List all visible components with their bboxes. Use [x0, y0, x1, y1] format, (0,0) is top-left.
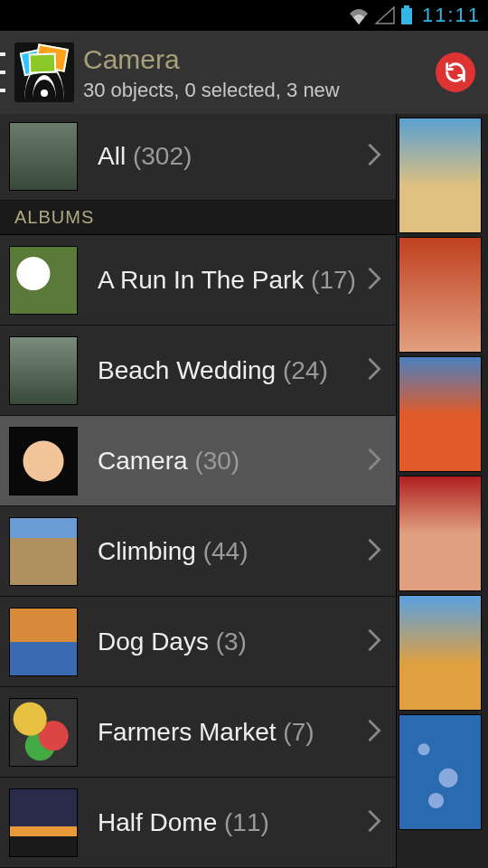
- list-item-label: Climbing (44): [98, 537, 360, 566]
- list-item-label: Dog Days (3): [98, 627, 360, 656]
- list-item-label: Beach Wedding (24): [98, 356, 360, 385]
- strip-thumbnail[interactable]: [399, 356, 482, 472]
- chevron-right-icon: [365, 718, 383, 747]
- wifi-icon: [348, 6, 370, 24]
- app-icon[interactable]: [14, 42, 74, 102]
- list-item[interactable]: Camera (30): [0, 416, 396, 506]
- svg-rect-0: [404, 5, 409, 8]
- refresh-icon: [443, 60, 468, 85]
- chevron-right-icon: [365, 808, 383, 837]
- thumbnail: [9, 698, 78, 767]
- chevron-right-icon: [365, 266, 383, 295]
- thumbnail-strip[interactable]: [396, 114, 488, 868]
- list-item-label: A Run In The Park (17): [98, 266, 360, 295]
- thumbnail: [9, 246, 78, 315]
- strip-thumbnail[interactable]: [399, 595, 482, 711]
- signal-icon: [375, 6, 395, 24]
- strip-thumbnail[interactable]: [399, 118, 482, 233]
- drawer-toggle[interactable]: [0, 45, 5, 99]
- thumbnail: [9, 788, 78, 857]
- chevron-right-icon: [365, 627, 383, 656]
- refresh-button[interactable]: [436, 52, 475, 92]
- svg-rect-1: [401, 8, 412, 24]
- list-item[interactable]: Farmers Market (7): [0, 687, 396, 778]
- chevron-right-icon: [365, 537, 383, 566]
- thumbnail: [9, 122, 78, 191]
- status-time: 11:11: [422, 4, 481, 27]
- thumbnail: [9, 608, 78, 676]
- list-item-label: Half Dome (11): [98, 808, 360, 837]
- list-item-label: Farmers Market (7): [98, 718, 360, 747]
- chevron-right-icon: [365, 447, 383, 476]
- header-text: Camera 30 objects, 0 selected, 3 new: [83, 42, 436, 103]
- page-subtitle: 30 objects, 0 selected, 3 new: [83, 78, 436, 103]
- list-item[interactable]: Dog Days (3): [0, 597, 396, 687]
- album-list[interactable]: All (302) ALBUMS A Run In The Park (17)B…: [0, 114, 396, 868]
- page-title: Camera: [83, 42, 436, 77]
- list-item-label: Camera (30): [98, 447, 360, 476]
- thumbnail: [9, 517, 78, 586]
- list-item[interactable]: Half Dome (11): [0, 778, 396, 868]
- list-item[interactable]: Climbing (44): [0, 506, 396, 597]
- thumbnail: [9, 427, 78, 495]
- battery-icon: [400, 5, 413, 25]
- list-item-label: All (302): [98, 142, 360, 171]
- list-item-all[interactable]: All (302): [0, 114, 396, 201]
- strip-thumbnail[interactable]: [399, 714, 482, 830]
- chevron-right-icon: [365, 356, 383, 385]
- content-area: All (302) ALBUMS A Run In The Park (17)B…: [0, 114, 488, 868]
- app-header: Camera 30 objects, 0 selected, 3 new: [0, 31, 488, 114]
- chevron-right-icon: [365, 142, 383, 171]
- list-item[interactable]: A Run In The Park (17): [0, 235, 396, 326]
- strip-thumbnail[interactable]: [399, 476, 482, 591]
- status-bar: 11:11: [0, 0, 488, 31]
- list-item[interactable]: Beach Wedding (24): [0, 326, 396, 416]
- strip-thumbnail[interactable]: [399, 237, 482, 353]
- thumbnail: [9, 336, 78, 405]
- section-header-albums: ALBUMS: [0, 201, 396, 235]
